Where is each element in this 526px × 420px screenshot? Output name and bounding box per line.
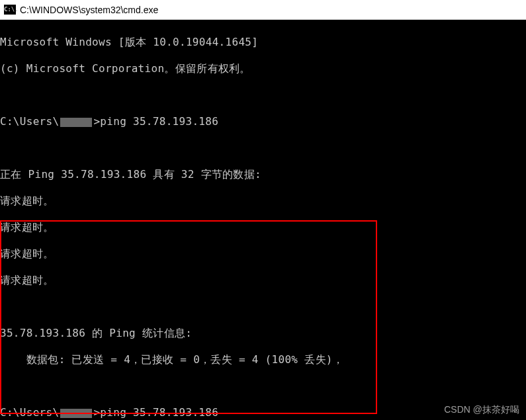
header-line: Microsoft Windows [版本 10.0.19044.1645] (0, 36, 526, 49)
timeout-line: 请求超时。 (0, 194, 526, 208)
blank-line (0, 142, 526, 155)
redacted-username (60, 409, 92, 418)
timeout-line: 请求超时。 (0, 274, 526, 287)
timeout-line: 请求超时。 (0, 221, 526, 234)
ping-header: 正在 Ping 35.78.193.186 具有 32 字节的数据: (0, 168, 526, 181)
blank-line (0, 300, 526, 314)
blank-line (0, 380, 526, 393)
timeout-line: 请求超时。 (0, 247, 526, 261)
stats-packets: 数据包: 已发送 = 4，已接收 = 0，丢失 = 4 (100% 丢失)， (0, 353, 526, 366)
titlebar: C:\. C:\WINDOWS\system32\cmd.exe (0, 0, 526, 20)
blank-line (0, 89, 526, 102)
watermark: CSDN @抹茶好喝 (444, 403, 519, 416)
copyright-line: (c) Microsoft Corporation。保留所有权利。 (0, 62, 526, 75)
terminal-area[interactable]: Microsoft Windows [版本 10.0.19044.1645] (… (0, 20, 526, 420)
stats-header: 35.78.193.186 的 Ping 统计信息: (0, 327, 526, 340)
redacted-username (60, 118, 92, 127)
cmd-icon: C:\. (4, 5, 16, 15)
window-title: C:\WINDOWS\system32\cmd.exe (20, 5, 158, 15)
prompt-line: C:\Users\>ping 35.78.193.186 (0, 115, 526, 128)
